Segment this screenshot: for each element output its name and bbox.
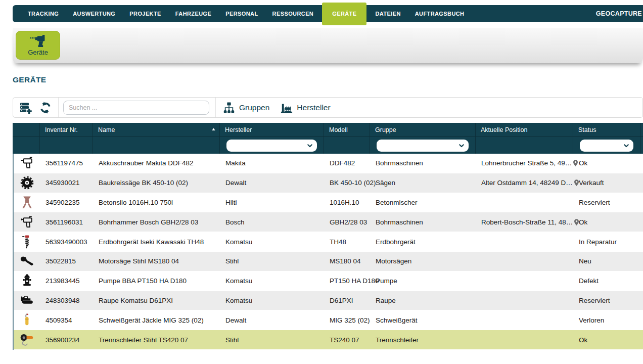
cell-inventar-nr: 345930021: [40, 179, 94, 187]
cell-name: Akkuschrauber Makita DDF482: [94, 159, 220, 167]
cell-modell: 1016H.10: [325, 199, 371, 206]
page-title: GERÄTE: [13, 75, 46, 84]
cell-inventar-nr: 356900234: [40, 336, 94, 344]
cell-status: Reserviert: [574, 297, 641, 304]
cell-position: Robert-Bosch-Straße 11, 48…: [476, 218, 574, 226]
cell-icon: [14, 333, 40, 347]
cell-gruppe: Raupe: [371, 297, 476, 304]
cell-status: In Reparatur: [574, 238, 641, 246]
action-toolbar: GruppenHersteller: [13, 97, 643, 118]
nav-item-tracking[interactable]: TRACKING: [21, 5, 66, 22]
column-header-modell[interactable]: Modell: [324, 123, 370, 136]
chainsaw-icon: [20, 254, 34, 268]
cell-hersteller: Komatsu: [220, 277, 325, 285]
nav-item-dateien[interactable]: DATEIEN: [368, 5, 407, 22]
add-device-icon[interactable]: [19, 101, 32, 114]
cell-inventar-nr: 213983445: [40, 277, 94, 285]
filter-cell-name: [93, 137, 219, 154]
cell-icon: [14, 215, 40, 230]
geraete-ribbon-button[interactable]: Geräte: [16, 31, 60, 60]
cell-status: Verloren: [574, 316, 641, 324]
cell-status: Ok: [574, 336, 641, 344]
filter-dropdown-gruppe[interactable]: [377, 140, 469, 152]
chevron-down-icon: [458, 142, 465, 149]
cell-gruppe: Trennschleifer: [371, 336, 476, 344]
cell-position: Alter Ostdamm 14, 48249 D…: [476, 179, 574, 187]
cell-name: Baukreissäge BK 450-10 (02): [94, 179, 220, 187]
cell-position: Lohnerbrucher Straße 5, 49…: [476, 159, 574, 167]
cell-icon: [14, 195, 40, 210]
toolbar-buttons: GruppenHersteller: [216, 102, 331, 114]
cell-icon: [14, 274, 40, 288]
column-header-inventar_nr[interactable]: Inventar Nr.: [39, 123, 93, 136]
grinder-icon: [20, 333, 34, 347]
cell-name: Erdbohrgerät Iseki Kawasaki TH48: [94, 238, 220, 246]
cell-gruppe: Schweißgerät: [371, 316, 476, 324]
column-header-position[interactable]: Aktuelle Position: [475, 123, 573, 136]
dozer-icon: [20, 293, 34, 308]
position-text: Lohnerbrucher Straße 5, 49…: [481, 159, 572, 167]
nav-item-projekte[interactable]: PROJEKTE: [122, 5, 168, 22]
column-header-name[interactable]: Name: [93, 123, 219, 136]
table-row[interactable]: 345902235Betonsilo 1016H.10 750lHilti101…: [14, 193, 643, 213]
refresh-icon[interactable]: [39, 101, 52, 114]
table-row[interactable]: 56393490003Erdbohrgerät Iseki Kawasaki T…: [14, 232, 643, 252]
nav-item-ressourcen[interactable]: RESSOURCEN: [265, 5, 321, 22]
hersteller-button[interactable]: Hersteller: [281, 102, 330, 114]
gruppen-button[interactable]: Gruppen: [223, 102, 269, 114]
cell-modell: BK 450-10 (02): [325, 179, 371, 187]
table-row[interactable]: 3561196031Bohrhammer Bosch GBH2/28 03Bos…: [14, 212, 643, 232]
cell-modell: DDF482: [325, 159, 371, 167]
cell-gruppe: Bohrmaschinen: [371, 159, 476, 167]
table-row[interactable]: 248303948Raupe Komatsu D61PXIKomatsuD61P…: [14, 291, 643, 311]
chevron-down-icon: [306, 142, 313, 149]
table-row[interactable]: 4509354Schweißgerät Jäckle MIG 325 (02)D…: [14, 310, 643, 330]
cell-gruppe: Betonmischer: [371, 199, 476, 206]
nav-item-auftragsbuch[interactable]: AUFTRAGSBUCH: [408, 5, 472, 22]
filter-dropdown-status[interactable]: [580, 140, 633, 152]
nav-item-personal[interactable]: PERSONAL: [218, 5, 265, 22]
cell-status: Ok: [574, 218, 641, 226]
table-row[interactable]: 345930021Baukreissäge BK 450-10 (02)Dewa…: [14, 173, 643, 193]
cell-status: Reserviert: [574, 199, 641, 206]
cell-hersteller: Bosch: [220, 218, 325, 226]
gruppen-button-label: Gruppen: [239, 103, 269, 112]
table-header-row: Inventar Nr.NameHerstellerModellGruppeAk…: [13, 123, 643, 136]
table-row[interactable]: 35022815Motorsäge Stihl MS180 04StihlMS1…: [14, 252, 643, 271]
column-header-hersteller[interactable]: Hersteller: [219, 123, 324, 136]
filter-cell-gruppe: [370, 137, 475, 154]
geraete-button-label: Geräte: [28, 49, 48, 56]
nav-item-fahrzeuge[interactable]: FAHRZEUGE: [168, 5, 218, 22]
cell-name: Trennschleifer Stihl TS420 07: [94, 336, 220, 344]
cell-hersteller: Dewalt: [220, 316, 325, 324]
welding-torch-icon: [20, 313, 34, 328]
filter-cell-status: [573, 137, 640, 154]
cell-icon: [14, 175, 40, 190]
table-row[interactable]: 213983445Pumpe BBA PT150 HA D180KomatsuP…: [14, 271, 643, 291]
position-text: Robert-Bosch-Straße 11, 48…: [481, 218, 573, 226]
factory-icon: [281, 102, 293, 114]
cell-inventar-nr: 56393490003: [40, 238, 94, 246]
cell-gruppe: Motorsägen: [371, 257, 476, 265]
hammer-drill-icon: [20, 215, 34, 230]
cell-name: Motorsäge Stihl MS180 04: [94, 257, 220, 265]
search-input[interactable]: [63, 101, 209, 115]
nav-item-gerte[interactable]: GERÄTE: [322, 3, 366, 25]
table-row[interactable]: 3561197475Akkuschrauber Makita DDF482Mak…: [14, 154, 643, 173]
cell-status: Defekt: [574, 277, 641, 285]
table-row[interactable]: 356900234Trennschleifer Stihl TS420 07St…: [14, 330, 643, 350]
saw-blade-icon: [20, 175, 34, 190]
cell-name: Pumpe BBA PT150 HA D180: [94, 277, 220, 285]
column-header-gruppe[interactable]: Gruppe: [370, 123, 475, 136]
cell-modell: TS240 07: [325, 336, 371, 344]
cell-hersteller: Dewalt: [220, 179, 325, 187]
table-filter-row: [13, 136, 643, 154]
chevron-down-icon: [623, 142, 630, 149]
cell-gruppe: Sägen: [371, 179, 476, 187]
cell-name: Bohrhammer Bosch GBH2/28 03: [94, 218, 220, 226]
nav-item-auswertung[interactable]: AUSWERTUNG: [66, 5, 122, 22]
filter-dropdown-hersteller[interactable]: [226, 140, 317, 152]
main-nav: TRACKINGAUSWERTUNGPROJEKTEFAHRZEUGEPERSO…: [13, 5, 643, 22]
column-header-status[interactable]: Status: [573, 123, 640, 136]
cell-hersteller: Stihl: [220, 336, 325, 344]
